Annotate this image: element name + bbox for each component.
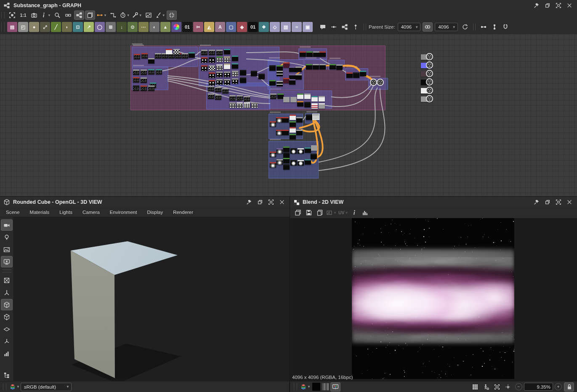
turntable-button[interactable] [1,336,13,347]
graph-node[interactable] [290,97,297,102]
graph-node[interactable] [319,51,326,57]
zoom-in-button[interactable]: + [555,383,562,390]
close-panel-button[interactable] [565,2,574,9]
graph-node[interactable] [269,65,276,71]
graph-node[interactable] [306,115,312,120]
menu-renderer[interactable]: Renderer [173,210,193,215]
maximize-panel-button[interactable] [267,198,275,206]
crystallize-node-button[interactable]: ❖ [259,22,269,32]
snap-grid-button[interactable] [167,11,177,20]
graph-node[interactable] [297,101,303,107]
maximize-panel-button[interactable] [554,2,563,9]
graph-node[interactable] [251,102,258,108]
link-views-button[interactable] [63,11,73,20]
graph-node[interactable] [148,69,154,75]
display-settings-button[interactable] [1,256,13,267]
graph-node[interactable] [319,64,326,69]
graph-node[interactable] [277,71,283,76]
graph-node[interactable] [283,164,290,170]
ground-plane-button[interactable] [1,323,13,335]
graph-node[interactable] [258,74,265,79]
graph-node[interactable] [209,57,215,63]
wireframe-button[interactable] [1,311,13,323]
graph-node[interactable] [216,50,223,55]
graph-node[interactable] [156,69,162,75]
hsl-node-button[interactable] [171,22,181,32]
background-image-button[interactable]: ▼ [326,208,337,217]
graph-node[interactable] [269,80,276,85]
graph-node[interactable] [313,114,319,120]
blur-node-button[interactable]: ● [29,22,39,32]
texture-preview[interactable] [352,218,514,379]
pin-panel-button[interactable] [245,198,253,206]
graph-node[interactable] [283,152,290,158]
graph-node[interactable] [182,53,188,59]
graph-node[interactable] [155,53,161,59]
subgraph-button[interactable] [340,22,350,32]
graph-node[interactable] [311,96,318,101]
graph-node[interactable] [290,160,297,165]
graph-node[interactable] [270,121,276,127]
tile-node-button[interactable]: ⊞ [106,22,116,32]
graph-node[interactable] [277,81,283,86]
graph-node[interactable] [134,54,140,59]
graph-node[interactable] [311,145,317,151]
graph-node[interactable] [290,127,296,133]
output-normal[interactable] [421,63,432,68]
fit-image-button[interactable] [492,382,502,392]
graph-node[interactable] [224,79,230,85]
curve-node-button[interactable]: ╱ [51,22,61,32]
graph-node[interactable] [304,102,311,107]
float-panel-button[interactable] [256,198,264,206]
graph-node[interactable] [296,117,303,123]
graph-node[interactable] [319,103,325,109]
view3d-viewport[interactable] [0,217,290,381]
graph-node[interactable] [224,72,230,77]
graph-node[interactable] [141,85,147,91]
graph-node[interactable] [277,159,283,165]
graph-node[interactable] [216,79,223,85]
height-node-button[interactable]: ↓ [117,22,127,32]
bitmap-node-button[interactable]: ▤ [7,22,17,32]
graph-node[interactable] [240,77,246,83]
uv-overlay-dropdown[interactable]: UV▼ [338,208,349,217]
graph-node[interactable] [289,67,295,72]
graph-node[interactable] [224,56,230,62]
graph-node[interactable] [201,57,207,63]
gradient-map-node-button[interactable]: ⋯ [138,22,149,32]
graph-node[interactable] [282,130,289,135]
sphere-node-button[interactable]: ◐ [149,22,160,32]
graph-node[interactable] [216,56,223,62]
search-button[interactable] [52,11,62,20]
bottom-bar-handle-3d[interactable] [3,383,6,391]
graph-node[interactable] [283,147,290,152]
close-panel-button[interactable] [278,198,286,206]
frame-scene-button[interactable] [1,275,13,286]
graph-node[interactable] [311,103,318,109]
parent-width-dropdown[interactable]: 4096▼ [398,23,421,31]
flood-fill-node-button[interactable]: ◆ [237,22,247,32]
channels-button[interactable]: ▼ [300,382,311,392]
graph-node[interactable] [298,148,304,154]
graph-node[interactable] [141,53,148,59]
graph-panel-header[interactable]: Substance_graph - GRAPH [0,0,577,11]
graph-node[interactable] [290,134,296,139]
graph-node[interactable] [232,78,238,84]
zoom-out-button[interactable]: − [515,383,522,390]
close-panel-button[interactable] [565,198,574,206]
output-basecolor[interactable] [421,54,432,60]
compute-time-button[interactable]: ▼ [119,11,130,20]
physical-size-button[interactable] [481,382,491,392]
graph-node[interactable] [290,121,296,127]
graph-node[interactable] [201,50,207,55]
graph-node[interactable] [209,50,215,55]
graph-node[interactable] [290,115,296,120]
pin-panel-button[interactable] [532,198,541,206]
graph-node[interactable] [304,93,311,99]
graph-node[interactable] [283,62,290,68]
float-panel-button[interactable] [543,198,552,206]
histogram-button[interactable] [360,208,370,217]
bitdepth-node-button[interactable]: 01 [182,22,192,32]
graph-view-button[interactable] [74,11,84,20]
output-roughness[interactable] [421,71,432,77]
